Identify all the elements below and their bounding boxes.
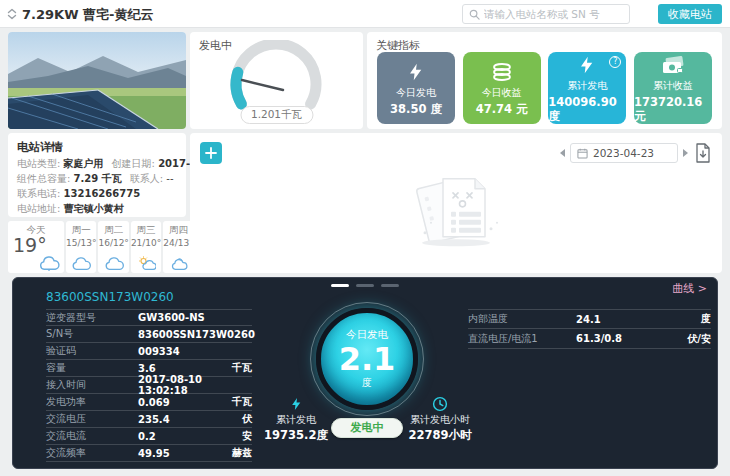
row-value: 3.6	[138, 363, 214, 374]
table-row: 逆变器型号GW3600-NS	[46, 309, 252, 326]
date-picker[interactable]: 2023-04-23	[570, 143, 678, 163]
weather-day-label: 周一	[72, 224, 91, 237]
kpi-label: 今日发电	[396, 86, 436, 100]
row-label: 接入时间	[46, 378, 138, 392]
weather-temp: 15/13°	[66, 238, 96, 248]
selected-date: 2023-04-23	[593, 147, 654, 159]
inverter-status-table: 内部温度24.1度 直流电压/电流161.3/0.8伏/安	[468, 309, 711, 349]
cloud-icon	[71, 256, 91, 271]
weather-day-label: 周二	[104, 224, 123, 237]
carousel-dash[interactable]	[381, 284, 399, 287]
table-row: 发电功率0.069千瓦	[46, 394, 252, 411]
station-row: 电站类型: 家庭户用 创建日期: 2017-08-10	[17, 157, 182, 171]
field-label: 电站地址:	[17, 203, 60, 214]
circle-unit: 度	[362, 376, 372, 390]
row-unit: 度	[673, 312, 711, 326]
page-title: 7.29KW 曹宅-黄纪云	[22, 6, 153, 24]
kpi-today-income: 今日收益 47.74 元	[463, 52, 541, 124]
bolt-icon	[578, 53, 596, 77]
table-row: 直流电压/电流161.3/0.8伏/安	[468, 329, 711, 349]
table-row: 内部温度24.1度	[468, 309, 711, 329]
weather-today: 今天 19°	[8, 221, 64, 273]
solar-panels-photo	[8, 32, 186, 129]
next-day-button[interactable]	[683, 149, 688, 157]
stat-label: 累计发电小时	[410, 413, 470, 427]
inverter-detail-table: 逆变器型号GW3600-NS S/N号83600SSN173W0260 验证码0…	[46, 309, 252, 462]
kpi-title: 关键指标	[376, 38, 420, 53]
kpi-value: 140096.90 度	[548, 95, 626, 124]
station-details-card: 电站详情 电站类型: 家庭户用 创建日期: 2017-08-10 组件总容量: …	[8, 133, 186, 217]
table-row: 交流电流0.2安	[46, 428, 252, 445]
station-switcher-icon[interactable]	[6, 7, 18, 21]
station-photo	[8, 32, 186, 129]
stat-value: 19735.2度	[264, 428, 328, 443]
row-label: 交流电压	[46, 412, 138, 426]
table-row: S/N号83600SSN173W0260	[46, 326, 252, 343]
kpi-tiles: 今日发电 38.50 度 今日收益 47.74 元 ? 累计发电 140096.…	[377, 52, 712, 124]
kpi-value: 38.50 度	[390, 102, 442, 117]
row-unit: 伏/安	[673, 332, 711, 346]
curve-link[interactable]: 曲线 >	[672, 281, 707, 296]
row-value: 0.2	[138, 431, 214, 442]
table-row: 验证码009334	[46, 343, 252, 360]
weather-day-label: 周四	[169, 224, 188, 237]
row-label: 逆变器型号	[46, 311, 138, 325]
generation-hours-stat: 累计发电小时 22789小时	[385, 396, 495, 443]
station-row: 组件总容量: 7.29 千瓦 联系人: --	[17, 172, 182, 186]
sun-cloud-icon	[136, 256, 156, 271]
coins-icon	[490, 60, 514, 84]
field-value: 13216266775	[64, 188, 141, 199]
clouds-icon	[169, 256, 189, 271]
table-row: 交流频率49.95赫兹	[46, 445, 252, 462]
daily-chart-card: 2023-04-23	[190, 133, 722, 273]
row-label: 容量	[46, 361, 138, 375]
station-search[interactable]	[462, 4, 630, 24]
weather-day: 周一 15/13°	[66, 221, 96, 273]
row-value: 24.1	[576, 314, 673, 325]
inverter-sn-heading[interactable]: 83600SSN173W0260	[46, 290, 174, 304]
field-value: --	[166, 173, 173, 184]
row-value: 83600SSN173W0260	[138, 329, 255, 340]
field-label: 组件总容量:	[17, 173, 70, 184]
row-value: GW3600-NS	[138, 312, 214, 323]
table-row: 交流电压235.4伏	[46, 411, 252, 428]
power-gauge-card: 发电中 1.201千瓦	[190, 32, 363, 129]
row-label: 交流电流	[46, 429, 138, 443]
row-label: S/N号	[46, 327, 138, 341]
row-label: 直流电压/电流1	[468, 332, 576, 346]
weather-day: 周三 21/10°	[131, 221, 161, 273]
station-details-title: 电站详情	[17, 140, 63, 155]
circle-value: 2.1	[339, 342, 396, 376]
help-icon[interactable]: ?	[609, 56, 621, 68]
add-button[interactable]	[200, 142, 222, 164]
no-data-illustration	[401, 159, 511, 255]
field-value: 曹宅镇小黄村	[64, 203, 124, 214]
row-unit: 千瓦	[214, 361, 252, 375]
calendar-icon	[577, 148, 588, 159]
kpi-value: 173720.16 元	[634, 95, 712, 124]
carousel-dash[interactable]	[356, 284, 374, 287]
carousel-dash[interactable]	[331, 284, 349, 287]
kpi-total-generation: ? 累计发电 140096.90 度	[548, 52, 626, 124]
prev-day-button[interactable]	[560, 149, 565, 157]
clock-icon	[432, 396, 448, 412]
collect-station-button[interactable]: 收藏电站	[658, 4, 722, 24]
kpi-value: 47.74 元	[476, 102, 528, 117]
weather-temp: 19°	[13, 234, 47, 256]
row-label: 交流频率	[46, 446, 138, 460]
row-value: 61.3/0.8	[576, 333, 673, 344]
cloud-icon	[104, 256, 124, 271]
kpi-label: 累计发电	[567, 79, 607, 93]
inverter-panel: 曲线 > 83600SSN173W0260 逆变器型号GW3600-NS S/N…	[12, 277, 718, 469]
row-value: 235.4	[138, 414, 214, 425]
top-header: 7.29KW 曹宅-黄纪云 收藏电站	[0, 0, 730, 28]
key-indicators-card: 关键指标 今日发电 38.50 度 今日收益 47.74 元 ?	[367, 32, 722, 129]
weather-temp: 21/10°	[131, 238, 161, 248]
kpi-total-income: 累计收益 173720.16 元	[634, 52, 712, 124]
row-value: 0.069	[138, 397, 214, 408]
row-label: 内部温度	[468, 312, 576, 326]
export-report-icon[interactable]	[694, 143, 712, 163]
search-input[interactable]	[484, 8, 623, 20]
row-label: 发电功率	[46, 395, 138, 409]
table-row: 接入时间2017-08-10 13:02:18	[46, 377, 252, 394]
